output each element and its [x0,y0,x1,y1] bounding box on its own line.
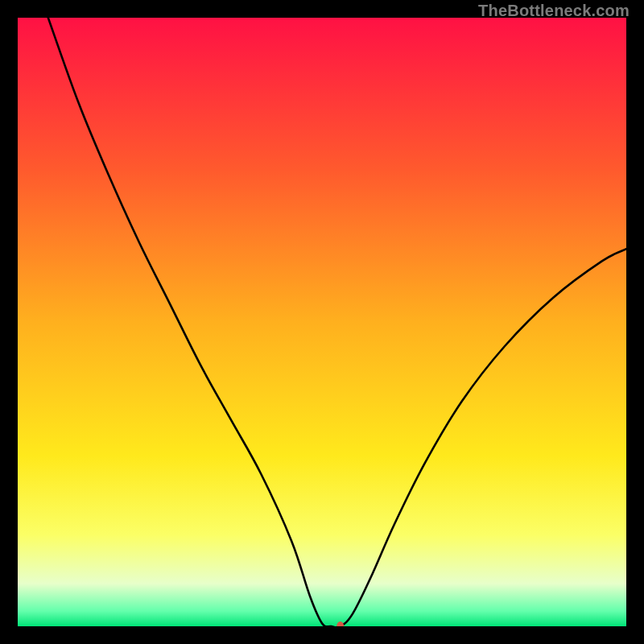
chart-container: TheBottleneck.com [0,0,644,644]
plot-area [18,18,626,626]
watermark-text: TheBottleneck.com [478,2,630,20]
chart-svg [18,18,626,626]
gradient-background [18,18,626,626]
